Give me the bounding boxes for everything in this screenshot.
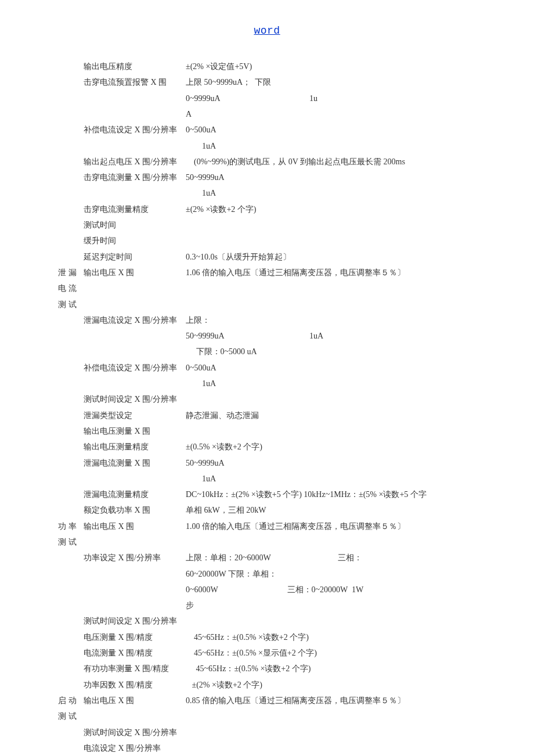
table-row: 启 动 测 试输出电压 X 围0.85 倍的输入电压〔通过三相隔离变压器，电压调…: [81, 693, 511, 725]
param-value: 单相 6kW，三相 20kW: [186, 502, 511, 518]
param-value: 45~65Hz：±(0.5% ×读数+2 个字): [186, 661, 511, 676]
table-row: 测试时间设定 X 围/分辨率: [81, 725, 511, 740]
param-label: 额定负载功率 X 围: [84, 502, 186, 518]
table-row: 测试时间: [81, 217, 511, 233]
page-header: word: [23, 21, 511, 41]
spec-table: 输出电压精度±(2% ×设定值+5V)击穿电流预置报警 X 围上限 50~999…: [23, 59, 511, 756]
param-value: 上限： 50~9999uA 1uA 下限：0~5000 uA: [186, 312, 511, 360]
table-row: 延迟判定时间0.3~10.0s〔从缓升开始算起〕: [81, 249, 511, 265]
table-row: 输出电压精度±(2% ×设定值+5V): [81, 59, 511, 74]
param-label: 输出电压测量 X 围: [84, 423, 186, 439]
param-label: 输出电压精度: [84, 59, 186, 74]
table-row: 缓升时间: [81, 233, 511, 249]
param-label: 输出电压 X 围: [84, 519, 186, 534]
table-row: 泄漏电流设定 X 围/分辨率上限： 50~9999uA 1uA 下限：0~500…: [81, 312, 511, 360]
table-row: 补偿电流设定 X 围/分辨率0~500uA 1uA: [81, 360, 511, 392]
param-value: 50~9999uA 1uA: [186, 170, 511, 201]
word-link[interactable]: word: [254, 25, 280, 37]
param-label: 延迟判定时间: [84, 249, 186, 265]
param-label: 泄漏电流设定 X 围/分辨率: [84, 312, 186, 328]
param-label: 测试时间设定 X 围/分辨率: [84, 613, 186, 629]
param-label: 输出起点电压 X 围/分辨率: [84, 154, 186, 170]
table-row: 功 率 测 试输出电压 X 围1.00 倍的输入电压〔通过三相隔离变压器，电压调…: [81, 519, 511, 550]
param-label: 补偿电流设定 X 围/分辨率: [84, 122, 186, 138]
param-value: ±(2% ×读数+2 个字): [186, 677, 511, 693]
table-row: 补偿电流设定 X 围/分辨率0~500uA 1uA: [81, 122, 511, 154]
table-row: 泄漏电流测量 X 围50~9999uA 1uA: [81, 455, 511, 487]
table-row: 功率因数 X 围/精度 ±(2% ×读数+2 个字): [81, 677, 511, 693]
table-row: 击穿电流测量精度±(2% ×读数+2 个字): [81, 201, 511, 217]
param-label: 功率因数 X 围/精度: [84, 677, 186, 693]
param-label: 有功功率测量 X 围/精度: [84, 661, 186, 676]
param-label: 电流测量 X 围/精度: [84, 645, 186, 661]
param-value: 45~65Hz：±(0.5% ×显示值+2 个字): [186, 645, 511, 661]
table-row: 额定负载功率 X 围单相 6kW，三相 20kW: [81, 502, 511, 518]
param-label: 泄漏电流测量 X 围: [84, 455, 186, 471]
param-label: 击穿电流测量精度: [84, 201, 186, 217]
category-cell: 功 率 测 试: [58, 519, 84, 550]
param-label: 击穿电流预置报警 X 围: [84, 74, 186, 90]
param-value: 上限：单相：20~6000W 三相： 60~20000W 下限：单相： 0~60…: [186, 550, 511, 613]
table-row: 测试时间设定 X 围/分辨率: [81, 391, 511, 407]
param-label: 缓升时间: [84, 233, 186, 249]
param-label: 输出电压 X 围: [84, 693, 186, 708]
param-label: 测试时间: [84, 217, 186, 233]
param-value: 1.06 倍的输入电压〔通过三相隔离变压器，电压调整率５％〕: [186, 265, 511, 280]
param-label: 输出电压 X 围: [84, 265, 186, 280]
param-value: 50~9999uA 1uA: [186, 455, 511, 487]
table-row: 电流设定 X 围/分辨率: [81, 740, 511, 756]
table-row: 泄 漏 电 流 测 试输出电压 X 围1.06 倍的输入电压〔通过三相隔离变压器…: [81, 265, 511, 312]
param-label: 测试时间设定 X 围/分辨率: [84, 725, 186, 740]
param-label: 击穿电流测量 X 围/分辨率: [84, 170, 186, 185]
param-value: 0~500uA 1uA: [186, 360, 511, 392]
category-cell: 启 动 测 试: [58, 693, 84, 725]
param-value: 45~65Hz：±(0.5% ×读数+2 个字): [186, 629, 511, 645]
param-value: ±(0.5% ×读数+2 个字): [186, 439, 511, 455]
param-value: 上限 50~9999uA； 下限 0~9999uA 1u A: [186, 74, 511, 122]
table-row: 泄漏电流测量精度DC~10kHz：±(2% ×读数+5 个字) 10kHz~1M…: [81, 487, 511, 502]
table-row: 输出起点电压 X 围/分辨率 (0%~99%)的测试电压，从 0V 到输出起点电…: [81, 154, 511, 170]
table-row: 电流测量 X 围/精度 45~65Hz：±(0.5% ×显示值+2 个字): [81, 645, 511, 661]
table-row: 电压测量 X 围/精度 45~65Hz：±(0.5% ×读数+2 个字): [81, 629, 511, 645]
table-row: 有功功率测量 X 围/精度 45~65Hz：±(0.5% ×读数+2 个字): [81, 661, 511, 676]
param-label: 输出电压测量精度: [84, 439, 186, 455]
table-row: 泄漏类型设定静态泄漏、动态泄漏: [81, 408, 511, 423]
param-value: 0~500uA 1uA: [186, 122, 511, 154]
param-label: 测试时间设定 X 围/分辨率: [84, 391, 186, 407]
param-value: 0.3~10.0s〔从缓升开始算起〕: [186, 249, 511, 265]
table-row: 击穿电流预置报警 X 围上限 50~9999uA； 下限 0~9999uA 1u…: [81, 74, 511, 122]
param-value: (0%~99%)的测试电压，从 0V 到输出起点电压最长需 200ms: [186, 154, 511, 170]
param-value: 0.85 倍的输入电压〔通过三相隔离变压器，电压调整率５％〕: [186, 693, 511, 708]
table-row: 输出电压测量精度±(0.5% ×读数+2 个字): [81, 439, 511, 455]
param-value: DC~10kHz：±(2% ×读数+5 个字) 10kHz~1MHz：±(5% …: [186, 487, 511, 502]
table-row: 功率设定 X 围/分辨率上限：单相：20~6000W 三相： 60~20000W…: [81, 550, 511, 613]
table-row: 击穿电流测量 X 围/分辨率50~9999uA 1uA: [81, 170, 511, 201]
param-label: 补偿电流设定 X 围/分辨率: [84, 360, 186, 376]
param-value: 静态泄漏、动态泄漏: [186, 408, 511, 423]
param-label: 泄漏电流测量精度: [84, 487, 186, 502]
param-label: 电流设定 X 围/分辨率: [84, 740, 186, 756]
param-value: 1.00 倍的输入电压〔通过三相隔离变压器，电压调整率５％〕: [186, 519, 511, 534]
table-row: 测试时间设定 X 围/分辨率: [81, 613, 511, 629]
param-label: 电压测量 X 围/精度: [84, 629, 186, 645]
table-row: 输出电压测量 X 围: [81, 423, 511, 439]
param-value: ±(2% ×设定值+5V): [186, 59, 511, 74]
param-value: ±(2% ×读数+2 个字): [186, 201, 511, 217]
category-cell: 泄 漏 电 流 测 试: [58, 265, 84, 312]
param-label: 泄漏类型设定: [84, 408, 186, 423]
param-label: 功率设定 X 围/分辨率: [84, 550, 186, 566]
